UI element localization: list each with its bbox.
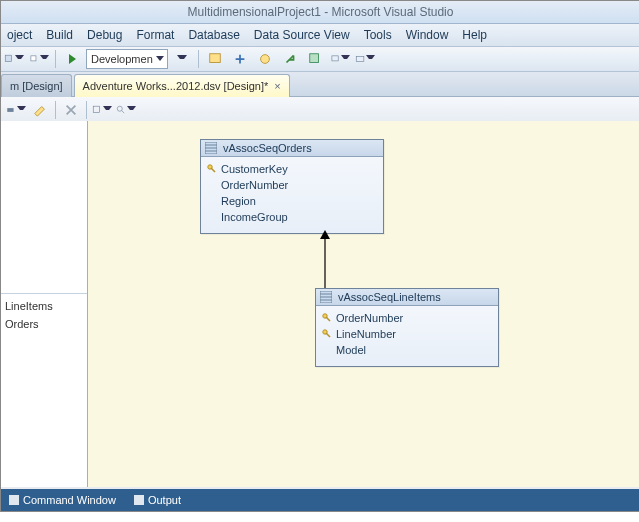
table-icon	[205, 142, 217, 154]
des-sep	[55, 101, 56, 119]
entity-orders-header[interactable]: vAssocSeqOrders	[201, 140, 383, 157]
toolbar-btn-4[interactable]	[279, 48, 301, 70]
menu-format[interactable]: Format	[136, 28, 174, 42]
toolbar-sep	[55, 50, 56, 68]
des-btn-2[interactable]	[29, 99, 51, 121]
side-item-2[interactable]: Orders	[1, 318, 87, 336]
col-row[interactable]: Model	[322, 342, 492, 358]
status-output[interactable]: Output	[128, 494, 187, 506]
side-item-1[interactable]: LineItems	[1, 294, 87, 318]
vs-window: MultidimensionalProject1 - Microsoft Vis…	[0, 0, 639, 512]
config-combo[interactable]: Developmen	[86, 49, 168, 69]
toolbar-sep-2	[198, 50, 199, 68]
col-row[interactable]: IncomeGroup	[207, 209, 377, 225]
col-label: OrderNumber	[221, 179, 288, 191]
run-button[interactable]	[61, 48, 83, 70]
toolbar-btn-7[interactable]	[354, 48, 376, 70]
menu-tools[interactable]: Tools	[364, 28, 392, 42]
entity-lineitems-header[interactable]: vAssocSeqLineItems	[316, 289, 498, 306]
svg-rect-1	[31, 56, 36, 61]
panel-icon	[134, 495, 144, 505]
tab-inactive[interactable]: m [Design]	[1, 74, 72, 97]
menu-project[interactable]: oject	[7, 28, 32, 42]
entity-orders-body: CustomerKey OrderNumber Region IncomeGro…	[201, 157, 383, 233]
dsv-canvas[interactable]: vAssocSeqOrders CustomerKey OrderNumber …	[88, 121, 639, 487]
side-split: LineItems Orders	[1, 293, 87, 487]
menu-bar: oject Build Debug Format Database Data S…	[1, 24, 639, 47]
des-sep-2	[86, 101, 87, 119]
tab-inactive-label: m [Design]	[10, 80, 63, 92]
col-row[interactable]: Region	[207, 193, 377, 209]
status-a-label: Command Window	[23, 494, 116, 506]
col-row[interactable]: OrderNumber	[207, 177, 377, 193]
col-label: LineNumber	[336, 328, 396, 340]
key-icon	[322, 313, 332, 323]
menu-dsv[interactable]: Data Source View	[254, 28, 350, 42]
designer-toolbar	[1, 97, 639, 124]
toolbar-btn-1[interactable]	[204, 48, 226, 70]
zoom-button[interactable]	[115, 99, 137, 121]
entity-orders[interactable]: vAssocSeqOrders CustomerKey OrderNumber …	[200, 139, 384, 234]
entity-lineitems-body: OrderNumber LineNumber Model	[316, 306, 498, 366]
window-title: MultidimensionalProject1 - Microsoft Vis…	[188, 5, 454, 19]
menu-window[interactable]: Window	[406, 28, 449, 42]
svg-rect-0	[5, 55, 11, 61]
menu-help[interactable]: Help	[462, 28, 487, 42]
entity-orders-name: vAssocSeqOrders	[223, 142, 312, 154]
svg-rect-7	[7, 108, 13, 112]
menu-debug[interactable]: Debug	[87, 28, 122, 42]
doc-tab-row: m [Design] Adventure Works...2012.dsv [D…	[1, 72, 639, 97]
col-label: OrderNumber	[336, 312, 403, 324]
side-panel: LineItems Orders	[1, 121, 88, 487]
config-drop[interactable]	[171, 48, 193, 70]
play-icon	[69, 54, 76, 64]
main-toolbar: Developmen	[1, 47, 639, 72]
col-row[interactable]: LineNumber	[322, 326, 492, 342]
config-label: Developmen	[91, 53, 153, 65]
col-label: Region	[221, 195, 256, 207]
des-btn-1[interactable]	[5, 99, 27, 121]
col-label: IncomeGroup	[221, 211, 288, 223]
svg-rect-4	[310, 54, 319, 63]
panel-icon	[9, 495, 19, 505]
entity-lineitems-name: vAssocSeqLineItems	[338, 291, 441, 303]
work-area: LineItems Orders vAssocSeqOrders Custome…	[1, 121, 639, 487]
menu-database[interactable]: Database	[188, 28, 239, 42]
svg-rect-2	[210, 54, 221, 63]
menu-build[interactable]: Build	[46, 28, 73, 42]
col-row[interactable]: OrderNumber	[322, 310, 492, 326]
title-bar: MultidimensionalProject1 - Microsoft Vis…	[1, 1, 639, 24]
col-row[interactable]: CustomerKey	[207, 161, 377, 177]
tab-active-label: Adventure Works...2012.dsv [Design]*	[83, 80, 269, 92]
col-label: Model	[336, 344, 366, 356]
table-icon	[320, 291, 332, 303]
close-icon[interactable]: ×	[274, 80, 280, 92]
key-icon	[322, 329, 332, 339]
toolbar-btn-a[interactable]	[3, 48, 25, 70]
toolbar-btn-b[interactable]	[28, 48, 50, 70]
toolbar-btn-6[interactable]	[329, 48, 351, 70]
tab-active[interactable]: Adventure Works...2012.dsv [Design]* ×	[74, 74, 290, 97]
entity-lineitems[interactable]: vAssocSeqLineItems OrderNumber LineNumbe…	[315, 288, 499, 367]
side-top	[1, 121, 87, 293]
toolbar-btn-2[interactable]	[229, 48, 251, 70]
svg-rect-6	[356, 56, 364, 61]
svg-point-3	[260, 55, 269, 64]
svg-rect-8	[93, 106, 99, 112]
status-command-window[interactable]: Command Window	[3, 494, 122, 506]
des-btn-4[interactable]	[91, 99, 113, 121]
status-bar: Command Window Output	[1, 489, 639, 511]
toolbar-btn-3[interactable]	[254, 48, 276, 70]
key-icon	[207, 164, 217, 174]
col-label: CustomerKey	[221, 163, 288, 175]
toolbar-btn-5[interactable]	[304, 48, 326, 70]
status-b-label: Output	[148, 494, 181, 506]
svg-rect-5	[332, 56, 338, 61]
svg-point-9	[117, 106, 122, 111]
delete-button[interactable]	[60, 99, 82, 121]
